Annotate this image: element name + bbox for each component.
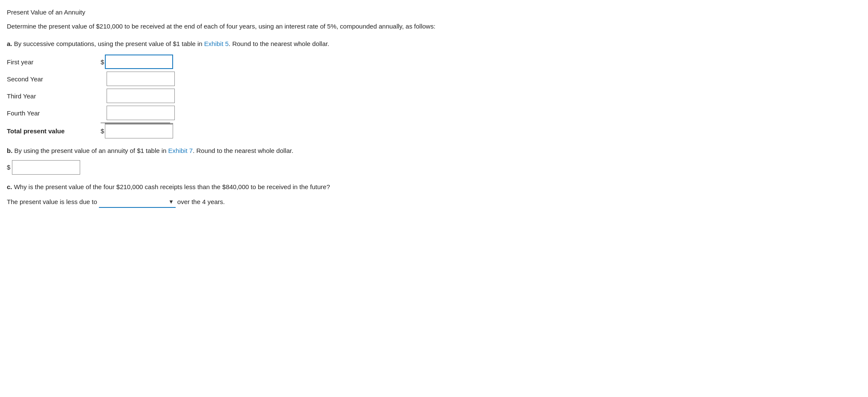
description-text: Determine the present value of $210,000 … (7, 22, 861, 32)
reason-dropdown[interactable]: the time value of money inflation intere… (99, 195, 176, 208)
first-year-prefix: $ (101, 58, 104, 66)
section-a-after: . Round to the nearest whole dollar. (229, 40, 329, 47)
section-b-prefix: $ (7, 164, 10, 171)
section-c-row: The present value is less due to the tim… (7, 195, 861, 208)
exhibit-7-link[interactable]: Exhibit 7 (168, 147, 193, 154)
section-b-intro: By using the present value of an annuity… (12, 147, 168, 154)
exhibit-5-link[interactable]: Exhibit 5 (204, 40, 229, 47)
dropdown-wrapper: the time value of money inflation intere… (99, 195, 176, 208)
sentence-after: over the 4 years. (177, 198, 225, 205)
third-year-row: Third Year (7, 89, 861, 103)
second-year-input[interactable] (107, 72, 175, 86)
section-a-table: First year $ Second Year Third Year Four… (7, 55, 861, 138)
first-year-row: First year $ (7, 55, 861, 69)
section-b-after: . Round to the nearest whole dollar. (193, 147, 293, 154)
section-b-input[interactable] (12, 160, 80, 175)
section-b-label: b. By using the present value of an annu… (7, 146, 861, 156)
section-b-bold: b. (7, 147, 12, 154)
second-year-row: Second Year (7, 72, 861, 86)
section-c-intro: Why is the present value of the four $21… (12, 183, 330, 190)
section-a-intro: By successive computations, using the pr… (12, 40, 204, 47)
third-year-input[interactable] (107, 89, 175, 103)
section-c-label: c. Why is the present value of the four … (7, 182, 861, 192)
second-year-label: Second Year (7, 75, 101, 83)
first-year-label: First year (7, 58, 101, 66)
page-title: Present Value of an Annuity (7, 9, 861, 16)
total-input[interactable] (105, 123, 173, 138)
total-label: Total present value (7, 127, 101, 135)
sentence-before: The present value is less due to (7, 198, 97, 205)
total-prefix: $ (101, 127, 104, 135)
total-row: Total present value $ (7, 123, 861, 138)
first-year-input[interactable] (105, 55, 173, 69)
fourth-year-row: Fourth Year (7, 106, 861, 120)
section-a-bold: a. (7, 40, 12, 47)
section-a-label: a. By successive computations, using the… (7, 39, 861, 49)
fourth-year-input[interactable] (107, 106, 175, 120)
section-c-bold: c. (7, 183, 12, 190)
fourth-year-label: Fourth Year (7, 109, 101, 117)
section-b-input-row: $ (7, 160, 861, 175)
third-year-label: Third Year (7, 92, 101, 100)
